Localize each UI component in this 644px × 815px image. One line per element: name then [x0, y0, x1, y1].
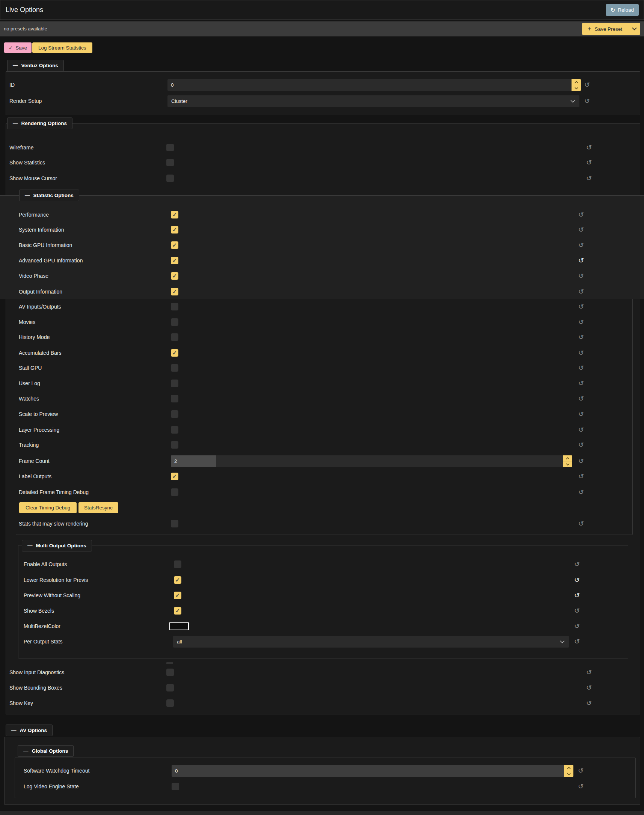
tracking-checkbox[interactable]: ✓ — [171, 441, 178, 449]
watchdog-spinner[interactable] — [564, 765, 573, 777]
reset-icon[interactable]: ↺ — [578, 408, 584, 420]
reset-icon[interactable]: ↺ — [578, 209, 584, 221]
av-inputs-outputs-checkbox[interactable]: ✓ — [171, 303, 178, 311]
user-log-row: User Log ✓ ↺ — [0, 378, 644, 389]
reload-button[interactable]: ↻ Reload — [606, 4, 639, 16]
save-preset-button[interactable]: + Save Preset — [582, 23, 628, 35]
accumulated-bars-checkbox[interactable]: ✓ — [171, 349, 178, 357]
label-outputs-checkbox[interactable]: ✓ — [171, 473, 178, 480]
detailed-frame-timing-checkbox[interactable]: ✓ — [171, 489, 178, 496]
system-information-checkbox[interactable]: ✓ — [171, 226, 178, 233]
user-log-checkbox[interactable]: ✓ — [171, 380, 178, 387]
stall-gpu-checkbox[interactable]: ✓ — [171, 364, 178, 372]
spin-down-icon[interactable] — [572, 85, 581, 91]
global-options-header[interactable]: — Global Options — [18, 745, 74, 757]
render-setup-select[interactable]: Cluster — [167, 95, 580, 107]
reset-icon[interactable]: ↺ — [586, 697, 592, 709]
rendering-options-header[interactable]: — Rendering Options — [7, 118, 72, 129]
save-preset-dropdown-button[interactable] — [628, 23, 640, 35]
reset-icon[interactable]: ↺ — [578, 487, 584, 498]
scale-to-preview-checkbox[interactable]: ✓ — [171, 410, 178, 418]
reset-icon[interactable]: ↺ — [586, 157, 592, 168]
performance-checkbox[interactable]: ✓ — [171, 211, 178, 219]
reset-icon[interactable]: ↺ — [574, 574, 580, 586]
show-mouse-cursor-checkbox[interactable]: ✓ — [166, 175, 174, 182]
reset-icon[interactable]: ↺ — [578, 439, 584, 450]
log-video-engine-checkbox[interactable]: ✓ — [172, 783, 179, 790]
reset-icon[interactable]: ↺ — [578, 518, 584, 529]
reset-icon[interactable]: ↺ — [578, 255, 584, 266]
reset-icon[interactable]: ↺ — [578, 224, 584, 235]
statistic-options-header[interactable]: — Statistic Options — [19, 190, 79, 201]
reset-icon[interactable]: ↺ — [574, 590, 580, 601]
reset-icon[interactable]: ↺ — [574, 559, 580, 570]
advanced-gpu-information-checkbox[interactable]: ✓ — [171, 257, 178, 264]
option-label: Show Bezels — [24, 605, 54, 616]
spin-up-icon[interactable] — [563, 455, 572, 461]
clear-timing-debug-button[interactable]: Clear Timing Debug — [19, 502, 77, 513]
movies-checkbox[interactable]: ✓ — [171, 318, 178, 326]
reset-icon[interactable]: ↺ — [584, 79, 590, 91]
watches-checkbox[interactable]: ✓ — [171, 395, 178, 403]
reset-icon[interactable]: ↺ — [578, 471, 584, 482]
reset-icon[interactable]: ↺ — [578, 455, 584, 467]
spin-up-icon[interactable] — [564, 765, 573, 771]
save-button[interactable]: ✓ Save — [4, 43, 32, 53]
id-input[interactable]: 0 — [167, 79, 572, 91]
stats-resync-button[interactable]: StatsResync — [78, 502, 118, 513]
reset-icon[interactable]: ↺ — [578, 331, 584, 343]
reset-icon[interactable]: ↺ — [578, 765, 584, 777]
reset-icon[interactable]: ↺ — [586, 667, 592, 678]
log-stream-statistics-button[interactable]: Log Stream Statistics — [32, 43, 92, 53]
movies-row: Movies ✓ ↺ — [0, 317, 644, 328]
reset-icon[interactable]: ↺ — [578, 781, 584, 792]
spin-up-icon[interactable] — [572, 79, 581, 85]
reset-icon[interactable]: ↺ — [586, 682, 592, 693]
show-statistics-checkbox[interactable]: ✓ — [166, 159, 174, 166]
show-key-checkbox[interactable]: ✓ — [166, 699, 174, 707]
reset-icon[interactable]: ↺ — [578, 317, 584, 328]
reset-icon[interactable]: ↺ — [578, 393, 584, 404]
spin-down-icon[interactable] — [564, 771, 573, 777]
show-input-diagnostics-checkbox[interactable]: ✓ — [166, 669, 174, 676]
reset-icon[interactable]: ↺ — [578, 239, 584, 251]
slow-stats-checkbox[interactable]: ✓ — [171, 520, 178, 527]
show-bezels-checkbox[interactable]: ✓ — [174, 607, 181, 614]
reset-icon[interactable]: ↺ — [574, 620, 580, 632]
id-spinner[interactable] — [572, 79, 581, 91]
horizontal-scrollbar[interactable] — [0, 811, 644, 815]
reset-icon[interactable]: ↺ — [578, 378, 584, 389]
av-options-header[interactable]: — AV Options — [6, 725, 52, 736]
frame-count-input[interactable]: 2 — [171, 455, 563, 467]
show-bounding-boxes-checkbox[interactable]: ✓ — [166, 684, 174, 691]
spin-down-icon[interactable] — [563, 461, 572, 467]
history-mode-checkbox[interactable]: ✓ — [171, 333, 178, 341]
reset-icon[interactable]: ↺ — [574, 636, 580, 648]
reset-icon[interactable]: ↺ — [578, 424, 584, 435]
preview-without-scaling-checkbox[interactable]: ✓ — [174, 591, 181, 599]
reset-icon[interactable]: ↺ — [578, 347, 584, 358]
reset-icon[interactable]: ↺ — [586, 173, 592, 184]
reset-icon[interactable]: ↺ — [578, 270, 584, 282]
reset-icon[interactable]: ↺ — [578, 301, 584, 313]
ventuz-options-header[interactable]: — Ventuz Options — [7, 60, 64, 71]
basic-gpu-information-checkbox[interactable]: ✓ — [171, 241, 178, 249]
enable-all-outputs-checkbox[interactable]: ✓ — [174, 561, 181, 568]
output-information-checkbox[interactable]: ✓ — [171, 288, 178, 296]
multi-output-options-header[interactable]: — Multi Output Options — [22, 540, 92, 552]
video-phase-row: Video Phase ✓ ↺ — [0, 270, 644, 282]
per-output-stats-select[interactable]: all — [173, 636, 569, 648]
frame-count-spinner[interactable] — [563, 455, 572, 467]
reset-icon[interactable]: ↺ — [586, 142, 592, 153]
lower-resolution-previs-checkbox[interactable]: ✓ — [174, 576, 181, 584]
reset-icon[interactable]: ↺ — [574, 605, 580, 616]
watchdog-input[interactable]: 0 — [172, 765, 564, 777]
wireframe-checkbox[interactable]: ✓ — [166, 144, 174, 151]
reset-icon[interactable]: ↺ — [578, 286, 584, 297]
reset-icon[interactable]: ↺ — [584, 95, 590, 107]
video-phase-checkbox[interactable]: ✓ — [171, 272, 178, 280]
bezel-color-swatch[interactable] — [169, 622, 189, 630]
reset-icon[interactable]: ↺ — [578, 362, 584, 374]
save-preset-split-button[interactable]: + Save Preset — [582, 23, 640, 35]
layer-processing-checkbox[interactable]: ✓ — [171, 426, 178, 434]
